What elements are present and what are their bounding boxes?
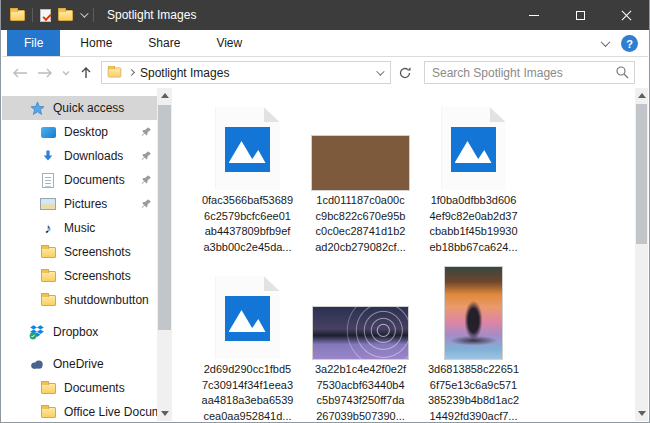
lavender-field-photo: [313, 307, 408, 359]
breadcrumb-chevron-icon[interactable]: [128, 69, 135, 76]
star-icon: [29, 100, 45, 116]
folder-icon: [40, 268, 56, 284]
sidebar-item-onedrive[interactable]: OneDrive: [2, 352, 157, 376]
content-area: Quick access Desktop Downloads Documents…: [2, 88, 648, 421]
separator: [93, 8, 94, 22]
address-bar: Spotlight Images: [2, 57, 648, 88]
file-item[interactable]: 3d6813858c226516f75e13c6a9c571385239b4b8…: [420, 265, 527, 423]
file-item[interactable]: 3a22b1c4e42f0e2f7530acbf63440b4c5b9743f2…: [307, 265, 414, 423]
file-name: 2d69d290cc1fbd57c30914f34f1eea3aa4818a3e…: [202, 362, 294, 423]
scroll-down-icon[interactable]: [157, 406, 172, 421]
address-dropdown-icon[interactable]: [376, 67, 384, 75]
file-name: 3a22b1c4e42f0e2f7530acbf63440b4c5b9743f2…: [315, 362, 406, 423]
generic-image-file-icon: [216, 276, 280, 359]
sidebar-item-onedrive-documents[interactable]: Documents: [2, 376, 157, 400]
maximize-button[interactable]: [557, 0, 603, 30]
file-name: 1f0ba0dfbb3d6064ef9c82e0ab2d37cbabb1f45b…: [429, 193, 517, 255]
explorer-window: Spotlight Images File Home Share View ? …: [0, 0, 650, 423]
sidebar-item-shutdownbutton[interactable]: shutdownbutton: [2, 288, 157, 312]
minimize-icon: [529, 15, 539, 16]
scroll-down-icon[interactable]: [635, 406, 648, 421]
sidebar-item-music[interactable]: ♪ Music: [2, 216, 157, 240]
generic-image-file-icon: [442, 107, 506, 190]
ribbon-tab-bar: File Home Share View ?: [2, 30, 648, 57]
file-item[interactable]: 0fac3566baf536896c2579bcfc6ee01ab4437809…: [194, 96, 301, 255]
refresh-button[interactable]: [398, 66, 412, 80]
app-folder-icon: [10, 10, 25, 21]
breadcrumb-folder-icon: [108, 68, 122, 78]
water-drop-sunset-photo: [445, 267, 502, 359]
file-list: 0fac3566baf536896c2579bcfc6ee01ab4437809…: [172, 88, 635, 421]
scroll-up-icon[interactable]: [635, 88, 648, 103]
separator: [32, 8, 33, 22]
canyon-aerial-photo: [312, 136, 409, 190]
close-icon: [621, 10, 632, 21]
breadcrumb-path[interactable]: Spotlight Images: [140, 66, 376, 80]
tab-file[interactable]: File: [7, 30, 60, 56]
sidebar-item-dropbox[interactable]: Dropbox: [2, 320, 157, 344]
sidebar-item-office-live-documents[interactable]: Office Live Documen: [2, 400, 157, 421]
file-item[interactable]: 2d69d290cc1fbd57c30914f34f1eea3aa4818a3e…: [194, 265, 301, 423]
chevron-down-icon[interactable]: [80, 9, 88, 17]
folder-icon: [40, 404, 56, 420]
up-button-icon[interactable]: [79, 66, 93, 79]
file-name: 0fac3566baf536896c2579bcfc6ee01ab4437809…: [202, 193, 293, 255]
desktop-icon: [40, 124, 56, 140]
close-button[interactable]: [603, 0, 649, 30]
document-icon: [40, 172, 56, 188]
maximize-icon: [576, 11, 585, 20]
title-bar: Spotlight Images: [1, 0, 649, 30]
onedrive-cloud-icon: [29, 356, 45, 372]
back-button-icon[interactable]: [12, 67, 28, 79]
help-icon[interactable]: ?: [621, 35, 638, 52]
sidebar-item-pictures[interactable]: Pictures: [2, 192, 157, 216]
sidebar-scrollbar[interactable]: [157, 88, 172, 421]
file-name: 3d6813858c226516f75e13c6a9c571385239b4b8…: [428, 362, 519, 423]
address-box[interactable]: Spotlight Images: [101, 61, 391, 84]
minimize-button[interactable]: [511, 0, 557, 30]
refresh-icon: [398, 66, 412, 80]
folder-icon: [40, 244, 56, 260]
new-folder-icon[interactable]: [58, 10, 73, 21]
folder-icon: [40, 380, 56, 396]
download-arrow-icon: [40, 148, 56, 164]
sidebar-item-screenshots-1[interactable]: Screenshots: [2, 240, 157, 264]
scroll-up-icon[interactable]: [157, 88, 172, 103]
dropbox-icon: [29, 324, 45, 340]
folder-icon: [40, 292, 56, 308]
forward-button-icon[interactable]: [37, 67, 53, 79]
pin-icon: [140, 126, 152, 138]
expand-ribbon-icon[interactable]: [601, 37, 611, 47]
sidebar-item-quick-access[interactable]: Quick access: [2, 96, 157, 120]
sidebar-item-downloads[interactable]: Downloads: [2, 144, 157, 168]
sidebar-item-label: Quick access: [53, 101, 157, 115]
content-scrollbar[interactable]: [635, 88, 648, 421]
file-name: 1cd011187c0a00cc9bc822c670e95bc0c0ec2874…: [315, 193, 406, 255]
sidebar-item-desktop[interactable]: Desktop: [2, 120, 157, 144]
search-icon[interactable]: [615, 65, 629, 79]
tab-view[interactable]: View: [200, 30, 258, 56]
check-file-icon[interactable]: [40, 9, 51, 22]
window-title: Spotlight Images: [107, 8, 196, 22]
pin-icon: [140, 198, 152, 210]
music-note-icon: ♪: [40, 220, 56, 236]
search-box: [424, 61, 635, 84]
picture-icon: [40, 196, 56, 212]
generic-image-file-icon: [216, 107, 280, 190]
navigation-pane: Quick access Desktop Downloads Documents…: [2, 88, 157, 421]
sidebar-item-screenshots-2[interactable]: Screenshots: [2, 264, 157, 288]
file-item[interactable]: 1cd011187c0a00cc9bc822c670e95bc0c0ec2874…: [307, 96, 414, 255]
file-item[interactable]: 1f0ba0dfbb3d6064ef9c82e0ab2d37cbabb1f45b…: [420, 96, 527, 255]
pin-icon: [140, 174, 152, 186]
sidebar-item-documents[interactable]: Documents: [2, 168, 157, 192]
tab-home[interactable]: Home: [64, 30, 128, 56]
recent-locations-chevron-icon[interactable]: [62, 70, 70, 76]
tab-share[interactable]: Share: [132, 30, 196, 56]
pin-icon: [140, 150, 152, 162]
search-input[interactable]: [424, 61, 635, 84]
scrollbar-thumb[interactable]: [158, 105, 171, 330]
scrollbar-thumb[interactable]: [636, 104, 647, 244]
